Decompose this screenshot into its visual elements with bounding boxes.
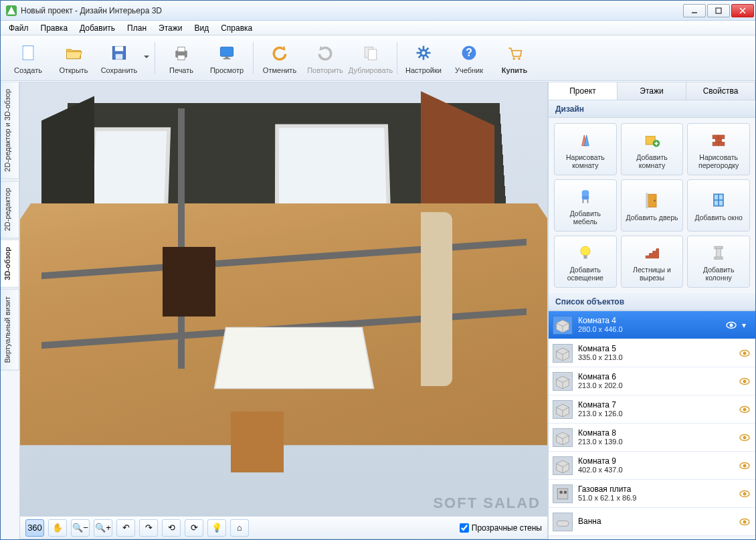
visibility-eye-icon[interactable] [739, 348, 750, 359]
visibility-eye-icon[interactable] [739, 432, 750, 443]
viewport-orbl-button[interactable]: ⟲ [162, 519, 181, 537]
viewport-light-button[interactable]: 💡 [207, 519, 226, 537]
toolbar-save-dropdown[interactable] [143, 56, 151, 61]
view-tab-vr[interactable]: Виртуальный визит [1, 289, 19, 371]
toolbar-dup-button[interactable]: Дублировать [349, 38, 393, 78]
add-furn-button[interactable]: Добавить мебель [554, 179, 617, 232]
object-dimensions: 213.0 x 126.0 [578, 410, 734, 418]
menu-6[interactable]: Справка [215, 22, 258, 34]
add-col-button[interactable]: Добавить колонну [687, 236, 750, 288]
toolbar-preview-button[interactable]: Просмотр [205, 38, 249, 78]
svg-rect-13 [369, 49, 377, 60]
object-list-item[interactable]: Комната 7 213.0 x 126.0 [549, 395, 755, 424]
viewport-zout-button[interactable]: 🔍− [71, 519, 90, 537]
viewport-zin-button[interactable]: 🔍+ [94, 519, 112, 537]
close-button[interactable] [731, 4, 754, 17]
stairs-button[interactable]: Лестницы и вырезы [621, 236, 684, 288]
printer-icon [171, 42, 192, 64]
object-name: Комната 6 [578, 372, 734, 381]
toolbar-help-button[interactable]: ?Учебник [447, 38, 491, 78]
add-window-button[interactable]: Добавить окно [687, 179, 750, 232]
toolbar-open-button[interactable]: Открыть [52, 38, 96, 78]
object-list-item[interactable]: Комната 5 335.0 x 213.0 [549, 339, 755, 367]
transparent-walls-checkbox[interactable]: Прозрачные стены [460, 523, 542, 533]
add-door-button[interactable]: Добавить дверь [621, 179, 684, 232]
object-list-item[interactable]: Комната 6 213.0 x 202.0 [549, 367, 755, 395]
object-name: Комната 7 [578, 400, 734, 410]
svg-rect-31 [719, 135, 725, 139]
toolbar-save-button[interactable]: Сохранить [97, 38, 141, 78]
visibility-eye-icon[interactable] [739, 376, 750, 387]
transparent-walls-input[interactable] [460, 523, 469, 533]
object-list-item[interactable]: Газовая плита 51.0 x 62.1 x 86.9 [549, 480, 755, 508]
toolbar-settings-button[interactable]: Настройки [401, 38, 446, 78]
viewport-360-button[interactable]: 360 [25, 519, 44, 537]
panel-tab-props[interactable]: Свойства [686, 82, 755, 100]
object-list-item[interactable]: Ванна [549, 508, 755, 536]
svg-rect-49 [715, 257, 723, 260]
cart-icon [504, 42, 525, 64]
object-thumb-icon [553, 484, 573, 503]
viewport-rotr-button[interactable]: ↷ [139, 519, 158, 537]
menu-2[interactable]: Добавить [74, 22, 120, 34]
view-tab-3d[interactable]: 3D-обзор [1, 240, 19, 288]
toolbar-print-button[interactable]: Печать [159, 38, 203, 78]
room-plus-icon [641, 129, 662, 151]
svg-rect-9 [220, 47, 233, 56]
3d-viewport[interactable]: SOFT SALAD [20, 82, 547, 516]
maximize-button[interactable] [707, 4, 730, 17]
toolbar-buy-button[interactable]: Купить [492, 38, 537, 78]
viewport-rotl-button[interactable]: ↶ [116, 519, 135, 537]
copy-icon [360, 42, 381, 64]
transparent-walls-label: Прозрачные стены [472, 523, 542, 533]
svg-text:?: ? [466, 47, 472, 58]
toolbar-separator [253, 42, 254, 74]
svg-point-55 [743, 379, 747, 383]
design-button-label: Добавить дверь [626, 213, 678, 221]
objects-section-header: Список объектов [549, 293, 755, 310]
column-icon [708, 242, 729, 263]
minimize-button[interactable] [683, 4, 706, 17]
add-light-button[interactable]: Добавить освещение [554, 236, 617, 288]
visibility-eye-icon[interactable] [726, 320, 737, 331]
object-dimensions: 213.0 x 202.0 [578, 381, 734, 390]
viewport-pan-button[interactable]: ✋ [48, 519, 67, 537]
app-window: Новый проект - Дизайн Интерьера 3D ФайлП… [0, 0, 756, 540]
object-list-item[interactable]: Комната 8 213.0 x 139.0 [549, 424, 755, 452]
view-tab-combo[interactable]: 2D-редактор и 3D-обзор [1, 82, 19, 179]
panel-tab-project[interactable]: Проект [548, 82, 618, 100]
panel-tab-floors[interactable]: Этажи [617, 82, 686, 100]
toolbar-undo-button[interactable]: Отменить [258, 38, 302, 78]
menu-5[interactable]: Вид [189, 22, 214, 34]
draw-wall-button[interactable]: Нарисовать перегородку [687, 123, 750, 175]
toolbar-redo-button[interactable]: Повторить [303, 38, 347, 78]
visibility-eye-icon[interactable] [739, 460, 750, 471]
draw-room-button[interactable]: Нарисовать комнату [554, 123, 617, 175]
add-room-button[interactable]: Добавить комнату [621, 123, 684, 175]
object-list-item[interactable]: Комната 9 402.0 x 437.0 [549, 452, 755, 480]
menu-3[interactable]: План [122, 22, 152, 34]
floor [20, 203, 547, 445]
menu-4[interactable]: Этажи [153, 22, 187, 34]
visibility-eye-icon[interactable] [739, 404, 750, 415]
object-dimensions: 213.0 x 139.0 [578, 438, 734, 446]
toolbar-new-button[interactable]: Создать [6, 38, 50, 78]
svg-rect-48 [715, 246, 723, 249]
visibility-eye-icon[interactable] [739, 517, 750, 527]
object-thumb-icon [553, 400, 573, 419]
viewport-home-button[interactable]: ⌂ [230, 519, 249, 537]
file-icon [17, 42, 39, 64]
menu-0[interactable]: Файл [3, 22, 34, 34]
object-text: Ванна [578, 517, 734, 526]
object-list-item[interactable]: Комната 4 280.0 x 446.0 ▾ [549, 311, 755, 339]
view-tab-2d[interactable]: 2D-редактор [1, 181, 19, 238]
svg-point-63 [559, 490, 563, 494]
design-button-label: Добавить мебель [557, 209, 613, 226]
viewport-orbr-button[interactable]: ⟳ [185, 519, 203, 537]
svg-rect-62 [557, 488, 568, 499]
object-thumb-icon [553, 513, 573, 531]
main-toolbar: СоздатьОткрытьСохранитьПечатьПросмотрОтм… [1, 35, 755, 81]
visibility-eye-icon[interactable] [739, 488, 750, 499]
toolbar-separator [397, 42, 397, 74]
menu-1[interactable]: Правка [35, 22, 74, 34]
